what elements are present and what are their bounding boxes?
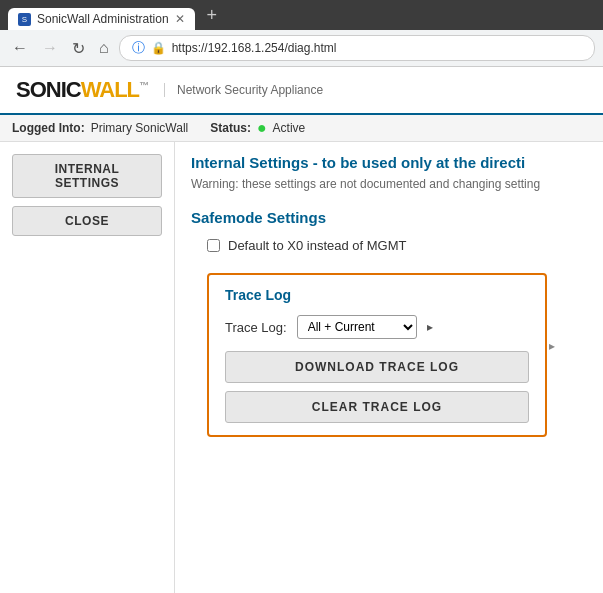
back-button[interactable]: ← [8, 37, 32, 59]
lock-icon: 🔒 [151, 41, 166, 55]
page-title: Internal Settings - to be used only at t… [191, 154, 587, 171]
status-bar: Logged Into: Primary SonicWall Status: ●… [0, 115, 603, 142]
home-button[interactable]: ⌂ [95, 37, 113, 59]
info-icon: ⓘ [132, 39, 145, 57]
internal-settings-button[interactable]: INTERNAL SETTINGS [12, 154, 162, 198]
browser-chrome: S SonicWall Administration ✕ + [0, 0, 603, 30]
page-warning: Warning: these settings are not document… [191, 177, 587, 191]
main-layout: INTERNAL SETTINGS CLOSE Internal Setting… [0, 142, 603, 593]
tab-title: SonicWall Administration [37, 12, 169, 26]
logged-into-value: Primary SonicWall [91, 121, 189, 135]
download-trace-log-button[interactable]: DOWNLOAD TRACE LOG [225, 351, 529, 383]
status-separator: Status: [210, 121, 251, 135]
trace-log-box: Trace Log Trace Log: All + Current Curre… [207, 273, 547, 437]
trace-log-row: Trace Log: All + Current Current Only Al… [225, 315, 529, 339]
status-value: Active [273, 121, 306, 135]
tab-favicon: S [18, 13, 31, 26]
clear-trace-log-button[interactable]: CLEAR TRACE LOG [225, 391, 529, 423]
forward-button[interactable]: → [38, 37, 62, 59]
sw-header: SONICWALL™ Network Security Appliance [0, 67, 603, 115]
address-bar-row: ← → ↻ ⌂ ⓘ 🔒 https://192.168.1.254/diag.h… [0, 30, 603, 67]
trace-log-select[interactable]: All + Current Current Only All [297, 315, 417, 339]
safemode-checkbox[interactable] [207, 239, 220, 252]
select-arrow-indicator: ▸ [427, 320, 433, 334]
logo-tm: ™ [139, 80, 148, 91]
trace-log-title: Trace Log [225, 287, 529, 303]
sidebar: INTERNAL SETTINGS CLOSE [0, 142, 175, 593]
logo-sonic: SONIC [16, 77, 81, 102]
tab-close-icon[interactable]: ✕ [175, 12, 185, 26]
safemode-checkbox-label: Default to X0 instead of MGMT [228, 238, 406, 253]
trace-log-label: Trace Log: [225, 320, 287, 335]
address-input[interactable]: ⓘ 🔒 https://192.168.1.254/diag.html [119, 35, 595, 61]
browser-tab[interactable]: S SonicWall Administration ✕ [8, 8, 195, 30]
url-text: https://192.168.1.254/diag.html [172, 41, 337, 55]
safemode-checkbox-row: Default to X0 instead of MGMT [207, 238, 587, 253]
content-area: Internal Settings - to be used only at t… [175, 142, 603, 593]
sw-tagline: Network Security Appliance [164, 83, 323, 97]
scroll-indicator: ▸ [549, 339, 555, 353]
safemode-section-title: Safemode Settings [191, 209, 587, 226]
logo-wall: WALL [81, 77, 139, 102]
close-button[interactable]: CLOSE [12, 206, 162, 236]
logged-into-label: Logged Into: [12, 121, 85, 135]
new-tab-button[interactable]: + [201, 5, 224, 30]
refresh-button[interactable]: ↻ [68, 37, 89, 60]
status-dot: ● [257, 119, 267, 137]
sw-logo: SONICWALL™ [16, 77, 148, 103]
